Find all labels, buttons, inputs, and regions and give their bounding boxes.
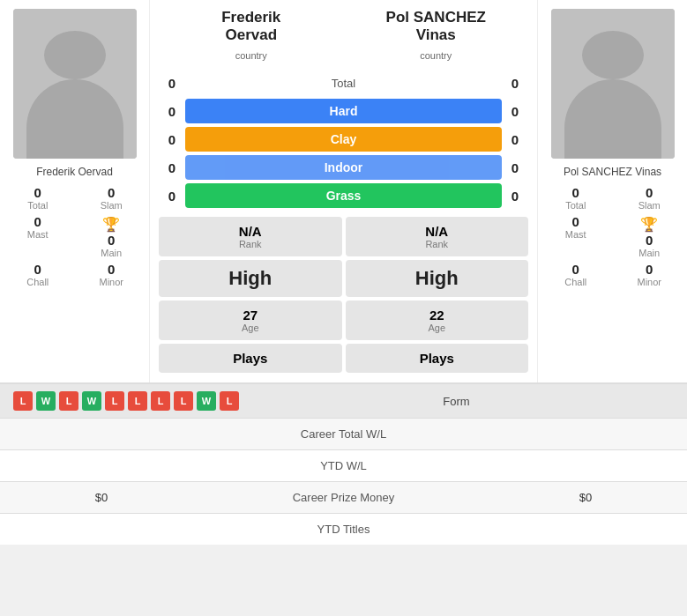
right-mast-value: 0 [572, 214, 579, 229]
grass-row: 0 Grass 0 [159, 183, 528, 208]
right-country: country [344, 50, 529, 61]
left-chall-cell: 0 Chall [4, 262, 71, 287]
left-main-value: 0 [108, 233, 115, 248]
indoor-right-score: 0 [502, 160, 528, 175]
ytd-titles-label: YTD Titles [190, 523, 497, 536]
ytd-titles-row: YTD Titles [0, 513, 687, 545]
left-form-badges: LWLWLLLLWL [13, 391, 239, 411]
right-high-value: High [358, 267, 517, 290]
grass-right-score: 0 [502, 189, 528, 204]
left-total-value: 0 [34, 185, 41, 200]
right-mast-label: Mast [565, 229, 586, 240]
top-area: Frederik Oervad 0 Total 0 Slam 0 Mast 🏆 … [0, 0, 687, 383]
form-badge-l: L [59, 391, 78, 411]
indoor-row: 0 Indoor 0 [159, 155, 528, 180]
career-wl-label: Career Total W/L [190, 427, 497, 441]
right-player-column: Pol SANCHEZ Vinas 0 Total 0 Slam 0 Mast … [537, 0, 687, 382]
total-btn[interactable]: Total [185, 71, 502, 95]
clay-left-score: 0 [159, 132, 185, 147]
right-chall-label: Chall [564, 277, 586, 287]
left-slam-cell: 0 Slam [78, 185, 146, 211]
right-player-avatar [551, 9, 675, 159]
left-age-label: Age [171, 323, 330, 333]
total-right-score: 0 [502, 76, 528, 91]
left-slam-label: Slam [101, 200, 123, 211]
form-badge-l: L [105, 391, 124, 411]
right-age-value: 22 [358, 308, 517, 323]
grass-left-score: 0 [159, 189, 185, 204]
left-rank-block: N/A Rank [159, 217, 342, 256]
indoor-left-score: 0 [159, 160, 185, 175]
hard-right-score: 0 [502, 104, 528, 119]
surfaces-area: 0 Total 0 0 Hard 0 0 Clay 0 [150, 68, 537, 212]
form-section: LWLWLLLLWL Form [0, 383, 687, 418]
center-column: Frederik Oervad Pol SANCHEZ Vinas countr… [150, 0, 537, 382]
clay-row: 0 Clay 0 [159, 127, 528, 152]
left-country: country [159, 50, 344, 61]
total-left-score: 0 [159, 76, 185, 91]
left-trophy-icon: 🏆 [102, 216, 120, 233]
indoor-btn[interactable]: Indoor [185, 155, 502, 180]
player-names-area: Frederik Oervad Pol SANCHEZ Vinas [150, 4, 537, 48]
left-player-column: Frederik Oervad 0 Total 0 Slam 0 Mast 🏆 … [0, 0, 150, 382]
left-rank-value: N/A [171, 224, 330, 239]
career-wl-row: Career Total W/L [0, 418, 687, 449]
right-total-value: 0 [572, 185, 579, 200]
left-rank-label: Rank [171, 239, 330, 249]
left-minor-cell: 0 Minor [78, 262, 146, 287]
left-high-value: High [171, 267, 330, 290]
left-player-name-small: Frederik Oervad [36, 166, 113, 178]
form-badge-l: L [128, 391, 147, 411]
left-high-block: High [159, 260, 342, 297]
left-age-value: 27 [171, 308, 330, 323]
right-slam-label: Slam [638, 200, 661, 211]
right-plays-value: Plays [358, 351, 517, 366]
main-container: Frederik Oervad 0 Total 0 Slam 0 Mast 🏆 … [0, 0, 687, 545]
career-prize-row: $0 Career Prize Money $0 [0, 481, 687, 513]
right-minor-cell: 0 Minor [616, 262, 683, 287]
form-badge-l: L [174, 391, 193, 411]
form-label: Form [239, 395, 674, 408]
left-trophy-cell: 🏆 0 Main [78, 214, 146, 258]
right-chall-value: 0 [572, 262, 579, 277]
form-badge-w: W [82, 391, 101, 411]
left-age-block: 27 Age [159, 301, 342, 340]
left-mast-label: Mast [27, 229, 49, 240]
grass-btn[interactable]: Grass [185, 183, 502, 208]
right-rank-block: N/A Rank [346, 217, 529, 256]
right-trophy-cell: 🏆 0 Main [616, 214, 683, 258]
center-info-blocks: N/A Rank High 27 Age Plays [150, 212, 537, 378]
hard-left-score: 0 [159, 104, 185, 119]
right-main-value: 0 [646, 233, 653, 248]
left-info-blocks: N/A Rank High 27 Age Plays [159, 217, 342, 373]
hard-row: 0 Hard 0 [159, 99, 528, 123]
ytd-wl-row: YTD W/L [0, 449, 687, 481]
right-minor-label: Minor [637, 277, 661, 287]
hard-btn[interactable]: Hard [185, 99, 502, 123]
country-flag-area: country country [150, 48, 537, 68]
right-rank-value: N/A [358, 224, 517, 239]
right-chall-cell: 0 Chall [542, 262, 609, 287]
right-slam-value: 0 [646, 185, 653, 200]
right-info-blocks: N/A Rank High 22 Age Plays [346, 217, 529, 373]
right-minor-value: 0 [646, 262, 653, 277]
clay-btn[interactable]: Clay [185, 127, 502, 152]
form-badge-l: L [13, 391, 33, 411]
left-player-heading: Frederik Oervad [159, 9, 344, 44]
career-prize-label: Career Prize Money [190, 491, 497, 504]
form-badge-w: W [36, 391, 56, 411]
form-badge-w: W [197, 391, 216, 411]
left-chall-value: 0 [34, 262, 41, 277]
career-prize-left: $0 [13, 491, 190, 504]
right-high-block: High [346, 260, 529, 297]
right-total-label: Total [565, 200, 586, 211]
left-main-label: Main [101, 248, 122, 258]
left-plays-block: Plays [159, 344, 342, 373]
right-age-label: Age [358, 323, 517, 333]
right-trophy-icon: 🏆 [640, 216, 658, 233]
career-prize-right: $0 [497, 491, 674, 504]
clay-right-score: 0 [502, 132, 528, 147]
right-stats-grid: 0 Total 0 Slam 0 Mast 🏆 0 Main 0 [542, 185, 683, 287]
right-player-heading: Pol SANCHEZ Vinas [344, 9, 529, 44]
left-total-cell: 0 Total [4, 185, 71, 211]
